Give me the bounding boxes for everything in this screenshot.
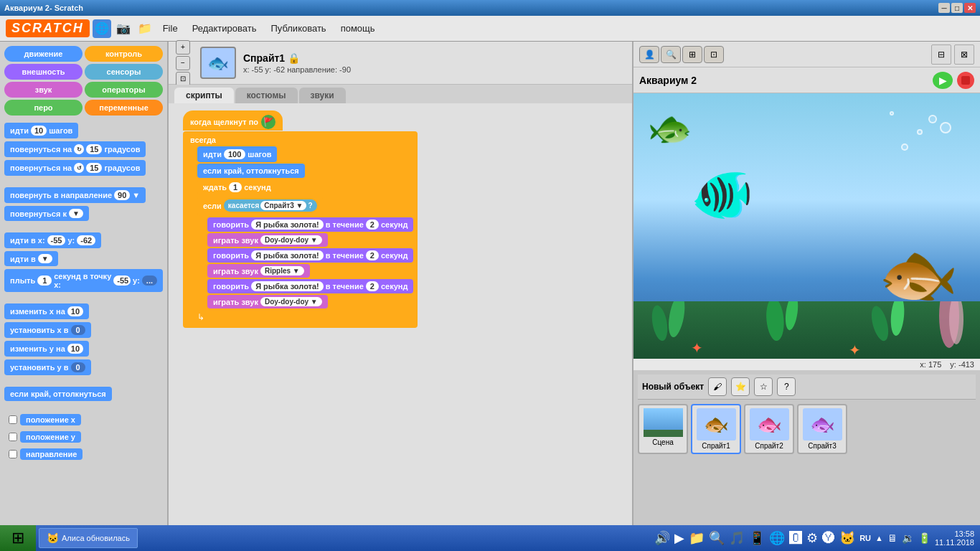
sb-play-3: играть звук Doy-doy-doy ▼ (207, 295, 328, 309)
scene-thumbnail (644, 408, 683, 437)
svg-rect-11 (644, 430, 683, 437)
scene-card[interactable]: Сцена (638, 404, 688, 454)
stop-button[interactable] (957, 72, 974, 89)
tab-sounds[interactable]: звуки (299, 88, 346, 103)
network-icon[interactable]: 🖥 (887, 532, 897, 544)
tabs-bar: скрипты костюмы звуки (169, 85, 632, 103)
menu-help[interactable]: помощь (335, 20, 381, 37)
folder-icon[interactable]: 📁 (136, 19, 154, 38)
cat-icon[interactable]: 🐱 (839, 530, 855, 546)
lock-icon: 🔒 (288, 52, 300, 64)
viber-icon[interactable]: 📱 (749, 530, 765, 546)
category-pen[interactable]: перо (4, 100, 83, 116)
menu-file[interactable]: File (157, 20, 184, 37)
speaker-icon[interactable]: 🔊 (654, 530, 670, 546)
block-change-x[interactable]: изменить х на 10 (4, 303, 89, 319)
globe-icon[interactable]: 🌐 (93, 19, 111, 38)
stage-ctrl-2[interactable]: 🔍 (661, 46, 681, 63)
block-if-edge[interactable]: если край, оттолкнуться (4, 387, 112, 401)
sprite-3-name: Спрайт3 (808, 442, 837, 450)
question-btn[interactable]: ? (777, 377, 796, 396)
sprite-2-thumbnail: 🐟 (750, 408, 789, 441)
block-set-y[interactable]: установить у в 0 (4, 359, 91, 375)
block-ypos[interactable]: положение у (20, 431, 81, 443)
menu-publish[interactable]: Публиковать (265, 20, 331, 37)
lang-label: RU (859, 534, 871, 542)
stage-layout-btn-2[interactable]: ⊠ (954, 44, 974, 65)
block-turn-right[interactable]: повернуться на ↻ 15 градусов (4, 141, 146, 157)
block-go-xy[interactable]: идти в x: -55 y: -62 (4, 232, 101, 248)
block-change-y[interactable]: изменить у на 10 (4, 341, 89, 357)
sprites-panel: Новый объект 🖌 ⭐ ☆ ? (633, 370, 980, 525)
tab-scripts[interactable]: скрипты (174, 88, 234, 103)
script-workspace[interactable]: когда щелкнут по 🚩 всегда идти 100 шагов (169, 103, 632, 525)
block-glide[interactable]: плыть 1 секунд в точку x: -55 y: ... (4, 269, 163, 292)
tab-costumes[interactable]: костюмы (235, 88, 298, 103)
volume-icon[interactable]: 🔉 (902, 532, 914, 544)
zoom-fit-btn[interactable]: ⊡ (176, 72, 190, 86)
block-turn-left[interactable]: повернуться на ↺ 15 градусов (4, 160, 146, 176)
checkbox-dir[interactable] (9, 450, 17, 458)
time-display: 13:58 11.11.2018 (935, 529, 974, 547)
menu-edit[interactable]: Редактировать (187, 20, 263, 37)
search-tray-icon[interactable]: 🔍 (709, 530, 725, 546)
bubble-4 (901, 143, 908, 151)
titlebar: Аквариум 2- Scratch ─ □ ✕ (0, 0, 980, 16)
block-set-x[interactable]: установить х в 0 (4, 322, 91, 338)
category-control[interactable]: контроль (85, 46, 163, 62)
star-full-btn[interactable]: ⭐ (731, 377, 750, 396)
category-sensing[interactable]: сенсоры (85, 64, 163, 80)
category-sound[interactable]: звук (4, 82, 83, 98)
stage-layout-btn-1[interactable]: ⊟ (931, 44, 951, 65)
star-outline-btn[interactable]: ☆ (754, 377, 773, 396)
sprite-card-3[interactable]: 🐟 Спрайт3 (797, 404, 847, 454)
maximize-button[interactable]: □ (951, 3, 963, 13)
script-blocks: когда щелкнут по 🚩 всегда идти 100 шагов (183, 110, 418, 328)
minimize-button[interactable]: ─ (938, 3, 950, 13)
category-looks[interactable]: внешность (4, 64, 83, 80)
sprite-1-thumbnail: 🐟 (697, 408, 736, 441)
green-flag-button[interactable]: ▶ (933, 72, 953, 89)
taskbar-notification: Алиса обновилась (62, 534, 130, 542)
category-operators[interactable]: операторы (85, 82, 163, 98)
sprite-name-label: Спрайт1 (243, 52, 285, 64)
battery-icon[interactable]: 🔋 (918, 532, 930, 544)
new-sprite-label: Новый объект (642, 382, 704, 392)
checkbox-xpos[interactable] (9, 415, 17, 424)
taskbar-scratch[interactable]: 🐱 Алиса обновилась (39, 528, 138, 548)
time: 13:58 (935, 529, 974, 538)
sprite-card-2[interactable]: 🐟 Спрайт2 (744, 404, 794, 454)
block-point-to[interactable]: повернуться к ▼ (4, 206, 89, 221)
folder-tray-icon[interactable]: 📁 (689, 530, 705, 546)
media-icon[interactable]: ▶ (674, 530, 684, 546)
close-button[interactable]: ✕ (964, 3, 976, 13)
music-icon[interactable]: 🎵 (729, 530, 745, 546)
block-go-steps[interactable]: идти 10 шагов (4, 123, 78, 138)
opera-icon[interactable]: 🅾 (789, 531, 802, 546)
block-point-dir[interactable]: повернуть в направление 90 ▼ (4, 187, 146, 203)
block-go-to[interactable]: идти в ▼ (4, 251, 58, 266)
sprite-card-1[interactable]: 🐟 Спрайт1 (691, 404, 741, 454)
settings-icon[interactable]: ⚙ (806, 530, 818, 546)
checkbox-ypos[interactable] (9, 433, 17, 441)
paint-brush-btn[interactable]: 🖌 (708, 377, 727, 396)
zoom-in-btn[interactable]: + (176, 40, 190, 55)
block-dir[interactable]: направление (20, 448, 83, 460)
category-motion[interactable]: движение (4, 46, 83, 62)
yahoo-icon[interactable]: 🅨 (822, 531, 835, 546)
stage-ctrl-3[interactable]: ⊞ (682, 46, 702, 63)
up-arrow-icon[interactable]: ▲ (875, 534, 883, 542)
sb-say-3: говорить Я рыбка золота! в течение 2 сек… (207, 279, 413, 293)
chrome-icon[interactable]: 🌐 (769, 530, 785, 546)
start-button[interactable]: ⊞ (0, 525, 36, 551)
category-variables[interactable]: переменные (85, 100, 163, 116)
stage-ctrl-4[interactable]: ⊡ (704, 46, 724, 63)
block-xpos[interactable]: положение х (20, 414, 81, 425)
stage-ctrl-1[interactable]: 👤 (639, 46, 659, 63)
fish-1: 🐟 (648, 108, 692, 149)
zoom-out-btn[interactable]: − (176, 56, 190, 70)
sb-say-2: говорить Я рыбка золота! в течение 2 сек… (207, 248, 413, 263)
water-plants: ✦ ✦ (633, 301, 980, 359)
camera-icon[interactable]: 📷 (114, 19, 133, 38)
plants-svg: ✦ ✦ (633, 301, 980, 359)
